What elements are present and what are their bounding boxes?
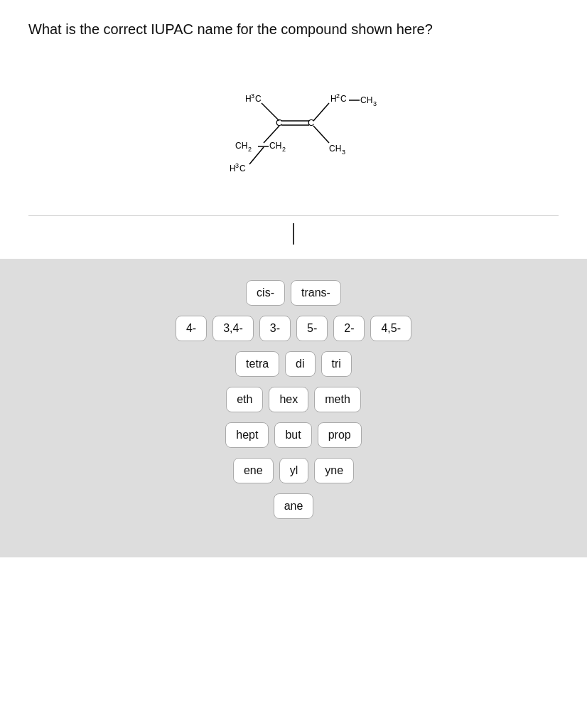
svg-text:3: 3 <box>373 100 377 107</box>
token-row-6: ene yl yne <box>233 458 354 483</box>
svg-line-18 <box>313 103 329 121</box>
svg-text:3: 3 <box>342 149 345 156</box>
svg-line-25 <box>313 126 329 143</box>
token-di[interactable]: di <box>285 351 315 377</box>
token-45[interactable]: 4,5- <box>370 316 411 341</box>
molecule-container: C C H 3 C CH 2 CH 2 H 3 C H 2 <box>28 59 559 187</box>
svg-text:2: 2 <box>248 146 252 153</box>
svg-text:C: C <box>255 94 262 104</box>
svg-text:2: 2 <box>336 92 340 100</box>
svg-text:2: 2 <box>282 146 286 153</box>
token-hept[interactable]: hept <box>225 422 269 448</box>
svg-text:C: C <box>239 164 246 173</box>
svg-text:3: 3 <box>235 162 239 169</box>
svg-text:CH: CH <box>235 141 247 151</box>
answer-area: cis- trans- 4- 3,4- 3- 5- 2- 4,5- tetra … <box>0 259 587 557</box>
token-but[interactable]: but <box>274 422 311 448</box>
token-yl[interactable]: yl <box>279 458 309 483</box>
token-4[interactable]: 4- <box>176 316 207 341</box>
token-tri[interactable]: tri <box>321 351 352 377</box>
token-hex[interactable]: hex <box>269 387 308 412</box>
token-ene[interactable]: ene <box>233 458 274 483</box>
token-meth[interactable]: meth <box>314 387 361 412</box>
svg-text:CH: CH <box>329 144 341 154</box>
cursor-line <box>293 223 294 245</box>
token-row-3: tetra di tri <box>235 351 352 377</box>
token-row-7: ane <box>274 493 314 519</box>
token-row-1: cis- trans- <box>246 280 341 306</box>
token-2[interactable]: 2- <box>333 316 365 341</box>
token-ane[interactable]: ane <box>274 493 314 519</box>
token-3[interactable]: 3- <box>259 316 291 341</box>
token-prop[interactable]: prop <box>318 422 362 448</box>
token-row-2: 4- 3,4- 3- 5- 2- 4,5- <box>176 316 411 341</box>
token-trans[interactable]: trans- <box>291 280 341 306</box>
svg-text:CH: CH <box>269 141 281 151</box>
molecule-diagram: C C H 3 C CH 2 CH 2 H 3 C H 2 <box>187 59 400 187</box>
token-34[interactable]: 3,4- <box>212 316 254 341</box>
svg-text:C: C <box>340 94 347 104</box>
token-5[interactable]: 5- <box>296 316 328 341</box>
token-row-5: hept but prop <box>225 422 361 448</box>
token-eth[interactable]: eth <box>226 387 263 412</box>
divider-section <box>28 215 559 259</box>
token-yne[interactable]: yne <box>314 458 354 483</box>
svg-text:3: 3 <box>251 92 254 100</box>
question-area: What is the correct IUPAC name for the c… <box>0 0 587 259</box>
svg-text:CH: CH <box>360 95 372 105</box>
question-text: What is the correct IUPAC name for the c… <box>28 21 559 38</box>
token-row-4: eth hex meth <box>226 387 361 412</box>
token-cis[interactable]: cis- <box>246 280 285 306</box>
token-tetra[interactable]: tetra <box>235 351 279 377</box>
svg-line-4 <box>262 103 279 121</box>
